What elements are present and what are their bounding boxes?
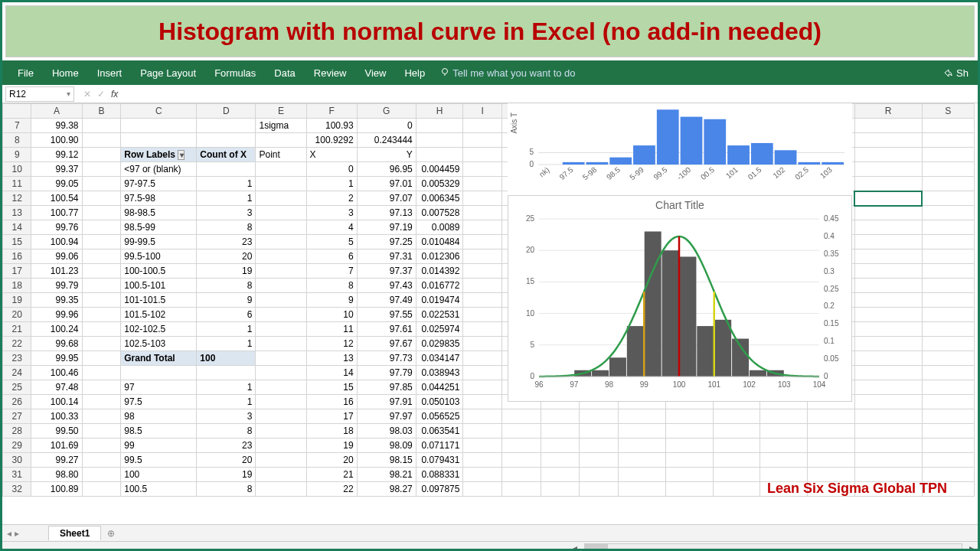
cell-R25[interactable] [854,380,922,395]
col-header-D[interactable]: D [197,104,256,119]
cell-C26[interactable]: 97.5 [121,395,197,409]
cell-K31[interactable] [541,468,580,482]
cell-B24[interactable] [82,366,121,380]
cell-A16[interactable]: 99.06 [31,249,82,264]
cell-R17[interactable] [854,264,922,279]
cell-P28[interactable] [760,424,808,439]
cell-Q31[interactable] [807,468,854,482]
cell-E23[interactable] [256,351,306,366]
cell-C7[interactable] [121,119,197,133]
row-header[interactable]: 32 [3,482,31,497]
cell-J32[interactable] [502,482,541,497]
cell-C23[interactable]: Grand Total [121,351,197,366]
cell-I32[interactable] [463,482,502,497]
cell-C12[interactable]: 97.5-98 [121,191,197,206]
cell-G25[interactable]: 97.85 [357,380,416,395]
cell-I7[interactable] [463,119,502,133]
cell-B30[interactable] [82,453,121,468]
cell-G12[interactable]: 97.07 [357,191,416,206]
cell-F19[interactable]: 9 [306,293,357,308]
cell-I9[interactable] [463,148,502,162]
cell-I12[interactable] [463,191,502,206]
tab-page-layout[interactable]: Page Layout [131,60,205,85]
cell-I29[interactable] [463,439,502,453]
cell-J28[interactable] [502,424,541,439]
cell-K32[interactable] [541,482,580,497]
cell-H16[interactable]: 0.012306 [416,249,463,264]
cell-R29[interactable] [854,439,922,453]
cell-E21[interactable] [256,322,306,337]
cell-R14[interactable] [854,220,922,235]
cell-H20[interactable]: 0.022531 [416,308,463,322]
cell-E18[interactable] [256,279,306,293]
cell-S31[interactable] [922,468,974,482]
tab-help[interactable]: Help [395,60,434,85]
row-header[interactable]: 8 [3,133,31,148]
cell-S13[interactable] [922,206,974,220]
cell-Q27[interactable] [807,409,854,424]
pivot-filter-icon[interactable]: ▾ [178,150,185,160]
cell-S9[interactable] [922,148,974,162]
cell-S12[interactable] [922,191,974,206]
cell-H14[interactable]: 0.0089 [416,220,463,235]
cell-F25[interactable]: 15 [306,380,357,395]
cell-R24[interactable] [854,366,922,380]
cell-I13[interactable] [463,206,502,220]
row-header[interactable]: 24 [3,366,31,380]
cell-S8[interactable] [922,133,974,148]
cell-H18[interactable]: 0.016772 [416,279,463,293]
cell-G24[interactable]: 97.79 [357,366,416,380]
cell-L27[interactable] [580,409,619,424]
cell-I27[interactable] [463,409,502,424]
cell-E32[interactable] [256,482,306,497]
cell-H15[interactable]: 0.010484 [416,235,463,249]
cell-G10[interactable]: 96.95 [357,162,416,177]
row-header[interactable]: 20 [3,308,31,322]
cell-H31[interactable]: 0.088331 [416,468,463,482]
cell-P30[interactable] [760,453,808,468]
cell-R10[interactable] [854,162,922,177]
cell-I19[interactable] [463,293,502,308]
cell-F22[interactable]: 12 [306,337,357,351]
cell-R31[interactable] [854,468,922,482]
cell-R11[interactable] [854,177,922,191]
cell-F12[interactable]: 2 [306,191,357,206]
cell-R22[interactable] [854,337,922,351]
cell-M28[interactable] [619,424,666,439]
cell-L32[interactable] [580,482,619,497]
cell-E12[interactable] [256,191,306,206]
cell-D9[interactable]: Count of X [197,148,256,162]
cell-M31[interactable] [619,468,666,482]
cell-B21[interactable] [82,322,121,337]
cell-O30[interactable] [713,453,760,468]
cell-S20[interactable] [922,308,974,322]
cell-F14[interactable]: 4 [306,220,357,235]
cell-H27[interactable]: 0.056525 [416,409,463,424]
cell-S10[interactable] [922,162,974,177]
cell-D21[interactable]: 1 [197,322,256,337]
cell-N28[interactable] [665,424,713,439]
cell-H17[interactable]: 0.014392 [416,264,463,279]
cell-S11[interactable] [922,177,974,191]
cell-A14[interactable]: 99.76 [31,220,82,235]
cell-R16[interactable] [854,249,922,264]
cell-E26[interactable] [256,395,306,409]
cell-B32[interactable] [82,482,121,497]
cell-O27[interactable] [713,409,760,424]
cell-F7[interactable]: 100.93 [306,119,357,133]
cell-I14[interactable] [463,220,502,235]
cell-G29[interactable]: 98.09 [357,439,416,453]
cell-O28[interactable] [713,424,760,439]
cell-C29[interactable]: 99 [121,439,197,453]
cell-B22[interactable] [82,337,121,351]
cell-C17[interactable]: 100-100.5 [121,264,197,279]
row-header[interactable]: 7 [3,119,31,133]
cell-L28[interactable] [580,424,619,439]
cell-G28[interactable]: 98.03 [357,424,416,439]
cell-H28[interactable]: 0.063541 [416,424,463,439]
cell-H7[interactable] [416,119,463,133]
scroll-thumb[interactable] [585,544,608,552]
cell-A9[interactable]: 99.12 [31,148,82,162]
cell-S26[interactable] [922,395,974,409]
cell-D22[interactable]: 1 [197,337,256,351]
